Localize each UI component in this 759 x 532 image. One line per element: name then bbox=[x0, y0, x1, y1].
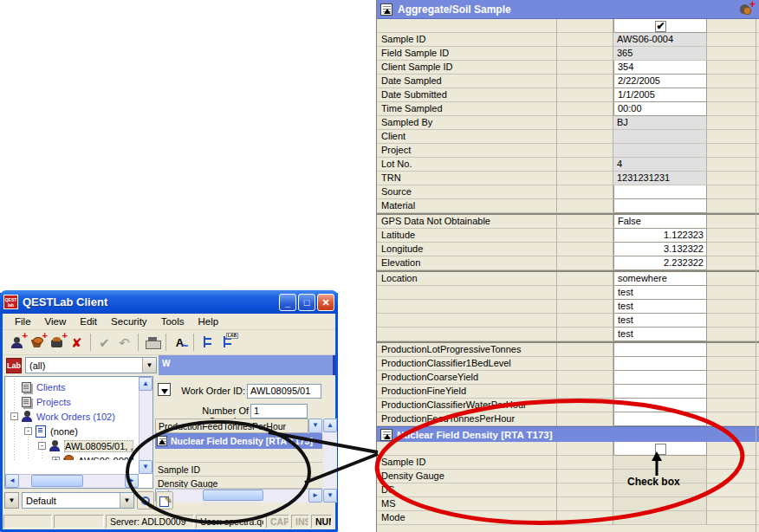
collapse-icon[interactable]: - bbox=[38, 442, 46, 450]
menu-file[interactable]: File bbox=[8, 315, 38, 328]
scroll-up-icon[interactable]: ▲ bbox=[323, 418, 337, 432]
tree-vertical-scrollbar[interactable]: ▲ ▼ bbox=[139, 377, 152, 474]
production-feed-row[interactable]: ProductionFeedTonnesPerHour bbox=[155, 418, 308, 433]
chevron-down-icon[interactable]: ▼ bbox=[4, 492, 19, 509]
field-spacer bbox=[557, 483, 613, 497]
form-icon[interactable] bbox=[158, 383, 171, 396]
undo-icon[interactable]: ↶ bbox=[115, 334, 133, 352]
scroll-right-icon[interactable]: ► bbox=[308, 489, 322, 503]
field-value[interactable] bbox=[613, 199, 707, 213]
sample-select-checkbox-checked[interactable]: ✔ bbox=[655, 21, 666, 32]
print-icon[interactable] bbox=[143, 334, 161, 352]
scroll-thumb[interactable] bbox=[203, 490, 263, 501]
field-value[interactable] bbox=[613, 371, 707, 385]
field-value[interactable] bbox=[613, 385, 707, 399]
chevron-down-icon[interactable]: ▼ bbox=[308, 418, 322, 433]
field-value[interactable]: 1.122323 bbox=[613, 229, 707, 243]
scroll-right-icon[interactable]: ► bbox=[125, 474, 139, 488]
field-value[interactable] bbox=[613, 343, 707, 357]
field-value[interactable]: 2/22/2005 bbox=[613, 75, 707, 88]
menu-security[interactable]: Security bbox=[104, 315, 154, 328]
aggregate-soil-sample-panel: Aggregate/Soil Sample + ✔Sample IDAWS06-… bbox=[376, 0, 759, 532]
scroll-thumb[interactable] bbox=[31, 475, 83, 487]
form-icon[interactable] bbox=[380, 3, 392, 16]
field-value[interactable]: test bbox=[613, 314, 707, 328]
field-label: Date Sampled bbox=[377, 75, 557, 88]
search-button[interactable] bbox=[137, 491, 154, 509]
detail-vertical-scrollbar[interactable]: ▲ ▼ bbox=[323, 418, 337, 503]
tree-item-work-orders-102[interactable]: -Work Orders (102) bbox=[7, 409, 152, 424]
field-label: ProductionFeedTonnesPerHour bbox=[377, 412, 557, 426]
number-of-samples-field[interactable]: 1 bbox=[250, 404, 308, 418]
lab-tree-view-icon[interactable]: LAB bbox=[218, 334, 237, 352]
field-spacer bbox=[557, 144, 613, 158]
preset-dropdown[interactable]: Default ▼ bbox=[22, 492, 134, 509]
spell-check-icon[interactable]: A bbox=[171, 334, 189, 352]
close-button[interactable]: ✕ bbox=[317, 294, 334, 311]
add-sample-icon[interactable]: + bbox=[738, 2, 756, 16]
menu-edit[interactable]: Edit bbox=[73, 315, 104, 328]
expand-icon[interactable]: + bbox=[52, 457, 60, 460]
chevron-down-icon[interactable]: ▼ bbox=[120, 493, 133, 508]
tree-horizontal-scrollbar[interactable]: ◄ ► bbox=[5, 474, 139, 488]
field-value[interactable] bbox=[613, 399, 707, 412]
field-value[interactable]: 3.132322 bbox=[613, 243, 707, 256]
field-value[interactable]: 2.232322 bbox=[613, 256, 707, 270]
new-sample-icon[interactable]: + bbox=[28, 334, 46, 352]
field-value[interactable]: test bbox=[613, 300, 707, 314]
menu-view[interactable]: View bbox=[38, 315, 74, 328]
field-spacer bbox=[557, 47, 613, 61]
field-value[interactable]: 00:00 bbox=[613, 102, 707, 116]
field-value bbox=[613, 470, 707, 483]
maximize-button[interactable]: □ bbox=[298, 294, 315, 311]
scroll-up-icon[interactable]: ▲ bbox=[139, 377, 152, 391]
tree-item-clients[interactable]: Clients bbox=[7, 380, 152, 394]
field-value[interactable] bbox=[613, 185, 707, 199]
tree-item-projects[interactable]: Projects bbox=[7, 394, 152, 409]
menu-help[interactable]: Help bbox=[191, 315, 225, 328]
collapse-icon[interactable]: - bbox=[24, 427, 32, 435]
work-order-id-field[interactable]: AWL08095/01 bbox=[247, 384, 321, 399]
minimize-button[interactable]: _ bbox=[279, 294, 296, 311]
field-label: ProductionCoarseYield bbox=[377, 371, 557, 385]
field-value[interactable]: somewhere bbox=[613, 272, 707, 286]
scroll-left-icon[interactable]: ◄ bbox=[5, 474, 19, 488]
sample-select-checkbox-unchecked[interactable] bbox=[655, 444, 666, 455]
tree-item-none[interactable]: -(none) bbox=[7, 424, 152, 438]
field-value[interactable]: 1/1/2005 bbox=[613, 88, 707, 102]
tree-item-aws06-0004-2-22[interactable]: +AWS06-0004, 2/22 bbox=[7, 453, 152, 460]
detail-horizontal-scrollbar[interactable]: ◄ ► bbox=[155, 489, 322, 503]
edit-list-button[interactable] bbox=[156, 491, 173, 509]
menu-tools[interactable]: Tools bbox=[154, 315, 191, 328]
new-test-icon[interactable]: + bbox=[48, 334, 66, 352]
scroll-down-icon[interactable]: ▼ bbox=[323, 489, 337, 503]
density-gauge-row[interactable]: Density Gauge bbox=[155, 477, 322, 489]
collapse-icon[interactable]: - bbox=[10, 412, 18, 420]
field-value[interactable] bbox=[613, 357, 707, 371]
tree-item-label: Projects bbox=[36, 397, 71, 407]
nuclear-field-density-header[interactable]: Nuclear Field Density [RTA T173] bbox=[155, 433, 322, 449]
window-titlebar[interactable]: QESTlab QESTLab Client _ □ ✕ bbox=[0, 290, 338, 314]
field-label: Elevation bbox=[377, 256, 557, 270]
sample-field-row: test bbox=[377, 328, 759, 341]
delete-icon[interactable]: ✘ bbox=[68, 334, 86, 352]
field-label: Density Gauge bbox=[377, 470, 557, 483]
sample-field-row: Mode bbox=[377, 511, 759, 525]
new-client-icon[interactable]: + bbox=[8, 334, 26, 352]
sample-id-row[interactable]: Sample ID bbox=[155, 463, 322, 477]
nuclear-field-density-header[interactable]: Nuclear Field Density [RTA T173] bbox=[377, 426, 759, 442]
confirm-icon[interactable]: ✔ bbox=[95, 334, 114, 352]
tree-view-icon[interactable] bbox=[198, 334, 217, 352]
field-value[interactable]: False bbox=[613, 215, 707, 229]
field-value[interactable]: test bbox=[613, 286, 707, 300]
row-filler bbox=[707, 33, 759, 47]
lab-filter-dropdown[interactable]: (all) ▼ bbox=[25, 357, 157, 373]
row-filler bbox=[707, 357, 759, 371]
tree-item-awl08095-01[interactable]: -AWL08095/01, , bbox=[7, 438, 152, 453]
field-value[interactable]: 354 bbox=[613, 61, 707, 75]
field-label bbox=[377, 314, 557, 328]
scroll-down-icon[interactable]: ▼ bbox=[139, 460, 152, 474]
chevron-down-icon[interactable]: ▼ bbox=[142, 358, 156, 373]
field-value[interactable]: test bbox=[613, 328, 707, 341]
field-value[interactable] bbox=[613, 412, 707, 426]
